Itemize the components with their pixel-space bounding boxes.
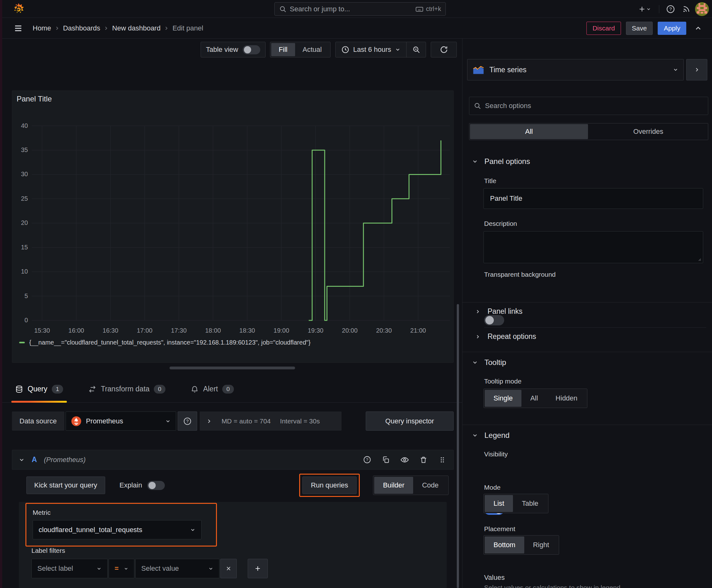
drag-query-handle[interactable] xyxy=(438,455,447,465)
legend-item[interactable]: {__name__="cloudflared_tunnel_total_requ… xyxy=(19,339,310,346)
nav-actions: Discard Save Apply xyxy=(586,21,705,35)
transparent-bg-label: Transparent background xyxy=(484,271,556,278)
query-inspector-button[interactable]: Query inspector xyxy=(366,412,454,430)
explain-toggle[interactable] xyxy=(147,481,165,490)
refresh-button[interactable] xyxy=(431,42,457,58)
time-range-picker[interactable]: Last 6 hours xyxy=(336,45,406,54)
toggle-viz-pane-button[interactable] xyxy=(686,59,707,80)
code-option[interactable]: Code xyxy=(413,477,447,494)
collapse-options-button[interactable] xyxy=(691,21,705,35)
y-tick-label: 5 xyxy=(24,292,28,300)
tab-transform[interactable]: Transform data 0 xyxy=(84,376,169,402)
breadcrumb-edit-panel: Edit panel xyxy=(172,24,203,33)
nav-bar: Home Dashboards New dashboard Edit panel… xyxy=(0,18,712,39)
x-axis-labels: 15:3016:0016:3017:0017:3018:0018:3019:00… xyxy=(12,327,454,336)
tab-overrides[interactable]: Overrides xyxy=(589,124,707,139)
breadcrumb-new-dashboard[interactable]: New dashboard xyxy=(112,24,160,33)
query-help-button[interactable]: ? xyxy=(362,455,372,465)
tab-alert-label: Alert xyxy=(203,385,218,393)
tab-all[interactable]: All xyxy=(470,124,588,139)
chevron-down-icon xyxy=(96,566,102,571)
datasource-help-button[interactable]: ? xyxy=(178,412,197,430)
description-textarea[interactable] xyxy=(483,231,703,263)
title-label: Title xyxy=(484,177,496,185)
eye-icon xyxy=(400,456,409,464)
tooltip-header[interactable]: Tooltip xyxy=(472,358,506,367)
tab-alert[interactable]: Alert 0 xyxy=(187,376,238,402)
viz-picker[interactable]: Time series xyxy=(467,59,684,80)
legend-label: {__name__="cloudflared_tunnel_total_requ… xyxy=(29,339,310,346)
query-options-summary[interactable]: MD = auto = 704 Interval = 30s xyxy=(200,412,342,430)
add-filter-button[interactable] xyxy=(248,559,268,578)
fill-option[interactable]: Fill xyxy=(271,43,295,56)
panel-title-input[interactable] xyxy=(483,188,703,209)
legend-bottom-option[interactable]: Bottom xyxy=(485,537,524,553)
options-search[interactable] xyxy=(469,97,708,115)
discard-button[interactable]: Discard xyxy=(586,22,621,35)
zoom-out-button[interactable] xyxy=(406,42,426,57)
legend-header[interactable]: Legend xyxy=(472,431,510,440)
resize-corner-icon[interactable] xyxy=(697,257,702,261)
chevron-down-icon[interactable] xyxy=(19,457,25,463)
keyboard-icon xyxy=(415,5,424,13)
query-row-header[interactable]: A (Prometheus) ? xyxy=(12,450,454,469)
legend-swatch xyxy=(19,342,25,343)
search-input[interactable] xyxy=(290,5,412,13)
add-menu-button[interactable] xyxy=(634,2,654,16)
chart-area[interactable] xyxy=(32,123,450,326)
kickstart-button[interactable]: Kick start your query xyxy=(26,477,105,494)
tooltip-hidden-option[interactable]: Hidden xyxy=(547,390,586,407)
user-avatar[interactable] xyxy=(695,2,709,16)
tooltip-all-option[interactable]: All xyxy=(521,390,546,407)
news-button[interactable] xyxy=(679,2,693,16)
metric-select[interactable]: cloudflared_tunnel_total_requests xyxy=(33,520,201,539)
legend-list-option[interactable]: List xyxy=(485,495,513,512)
breadcrumb-dashboards[interactable]: Dashboards xyxy=(63,24,101,33)
run-queries-button[interactable]: Run queries xyxy=(302,477,357,494)
options-search-input[interactable] xyxy=(485,102,704,110)
panel-toolbar: Table view Fill Actual Last 6 hours xyxy=(0,41,462,58)
chevron-right-icon xyxy=(206,418,212,424)
legend-table-option[interactable]: Table xyxy=(513,495,547,512)
time-range-label: Last 6 hours xyxy=(353,45,391,54)
menu-toggle-button[interactable] xyxy=(11,21,25,35)
tab-alert-count: 0 xyxy=(222,385,234,394)
pane-resize-handle[interactable] xyxy=(170,366,295,370)
panel-options-header[interactable]: Panel options xyxy=(472,157,530,166)
topbar-actions: ? xyxy=(634,0,709,18)
delete-query-button[interactable] xyxy=(419,455,428,465)
builder-option[interactable]: Builder xyxy=(374,477,413,494)
hide-response-button[interactable] xyxy=(400,455,409,465)
actual-option[interactable]: Actual xyxy=(295,43,329,56)
global-search[interactable]: ctrl+k xyxy=(274,2,446,16)
search-icon xyxy=(279,5,287,13)
table-view-toggle[interactable] xyxy=(243,45,260,54)
panel-preview[interactable]: Panel Title 0510152025303540 15:3016:001… xyxy=(12,90,454,363)
tab-query[interactable]: Query 1 xyxy=(11,376,67,402)
select-value-dropdown[interactable]: Select value xyxy=(135,559,219,578)
viz-picker-row: Time series xyxy=(467,59,707,80)
datasource-picker[interactable]: Prometheus xyxy=(66,412,176,430)
panel-links-section[interactable]: Panel links xyxy=(475,307,522,316)
query-ref-id[interactable]: A xyxy=(32,456,37,464)
tooltip-single-option[interactable]: Single xyxy=(485,390,521,407)
x-tick-label: 19:00 xyxy=(267,327,296,334)
grafana-logo-icon[interactable] xyxy=(11,2,26,17)
legend-right-option[interactable]: Right xyxy=(524,537,558,553)
operator-dropdown[interactable]: = xyxy=(109,559,134,578)
transparent-bg-toggle[interactable] xyxy=(484,315,504,326)
repeat-options-section[interactable]: Repeat options xyxy=(475,332,536,341)
x-tick-label: 18:30 xyxy=(233,327,261,334)
help-icon: ? xyxy=(666,4,675,14)
query-editor-card: A (Prometheus) ? xyxy=(12,450,454,588)
left-pane-scrollbar[interactable] xyxy=(457,304,459,588)
chevron-right-icon xyxy=(164,25,169,31)
apply-button[interactable]: Apply xyxy=(658,22,686,35)
duplicate-query-button[interactable] xyxy=(381,455,390,465)
help-button[interactable]: ? xyxy=(664,2,677,16)
save-button[interactable]: Save xyxy=(626,22,653,35)
remove-filter-button[interactable] xyxy=(220,559,237,578)
tooltip-heading: Tooltip xyxy=(484,358,506,367)
breadcrumb-home[interactable]: Home xyxy=(33,24,51,33)
select-label-dropdown[interactable]: Select label xyxy=(31,559,108,578)
